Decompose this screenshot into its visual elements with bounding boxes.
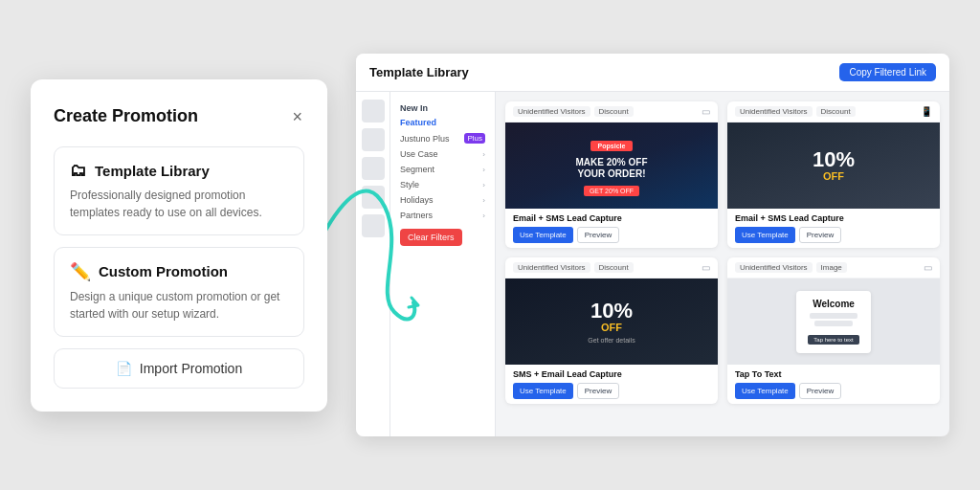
thumb-off: OFF (813, 170, 855, 182)
template-item-footer: SMS + Email Lead Capture Use Template Pr… (505, 365, 718, 404)
sidebar-home-icon[interactable] (362, 100, 385, 122)
custom-promotion-title: ✏️ Custom Promotion (70, 261, 288, 282)
thumb-content: 10% OFF (813, 149, 855, 182)
template-item: Unidentified Visitors Image ▭ Welcome (727, 257, 940, 404)
nav-segment[interactable]: Segment › (390, 162, 495, 177)
preview-button[interactable]: Preview (799, 383, 841, 399)
template-item-header: Unidentified Visitors Discount 📱 (727, 101, 940, 122)
use-template-button[interactable]: Use Template (735, 227, 795, 243)
custom-promotion-option[interactable]: ✏️ Custom Promotion Design a unique cust… (54, 247, 304, 337)
template-thumb: Popsicle MAKE 20% OFFYOUR ORDER! GET 20%… (505, 122, 718, 209)
thumb-discount: 10% (813, 149, 855, 170)
badge-discount: Discount (816, 106, 856, 117)
template-thumb: 10% OFF (727, 122, 940, 209)
template-library-title: 🗂 Template Library (70, 161, 288, 181)
import-icon: 📄 (116, 361, 132, 376)
template-item-header: Unidentified Visitors Discount ▭ (505, 257, 718, 278)
template-item-footer: Email + SMS Lead Capture Use Template Pr… (505, 209, 718, 248)
thumb-welcome-card: Welcome Tap here to text (796, 291, 870, 353)
badge-visitors: Unidentified Visitors (513, 262, 590, 273)
template-icon: 🗂 (70, 161, 87, 181)
welcome-title: Welcome (808, 299, 858, 309)
template-name: Email + SMS Lead Capture (513, 213, 710, 223)
nav-justuno-plus[interactable]: Justuno Plus Plus (390, 130, 495, 146)
close-button[interactable]: × (290, 106, 304, 127)
thumb-logo: Popsicle (590, 141, 634, 151)
panel-title: Template Library (369, 65, 469, 79)
template-item-footer: Email + SMS Lead Capture Use Template Pr… (727, 209, 940, 248)
badge-discount: Discount (594, 106, 634, 117)
sidebar-bell-icon[interactable] (362, 214, 385, 237)
template-item-header: Unidentified Visitors Image ▭ (727, 257, 940, 278)
template-library-option[interactable]: 🗂 Template Library Professionally design… (54, 146, 304, 235)
template-item-header: Unidentified Visitors Discount ▭ (505, 101, 718, 122)
device-icon: ▭ (702, 262, 710, 273)
modal-header: Create Promotion × (54, 106, 304, 127)
nav-style[interactable]: Style › (390, 177, 495, 192)
template-name: Email + SMS Lead Capture (735, 213, 932, 223)
thumb-content: 10% OFF Get offer details (588, 301, 635, 344)
sidebar-settings-icon[interactable] (362, 186, 385, 209)
nav-use-case[interactable]: Use Case › (390, 146, 495, 162)
template-thumb: 10% OFF Get offer details (505, 278, 718, 365)
thumb-content: Welcome Tap here to text (787, 281, 880, 363)
thumb-discount: 10% (588, 301, 635, 322)
create-promotion-modal: Create Promotion × 🗂 Template Library Pr… (31, 79, 327, 412)
clear-filters-button[interactable]: Clear Filters (400, 229, 462, 246)
device-icon: ▭ (702, 106, 710, 117)
template-name: SMS + Email Lead Capture (513, 369, 710, 379)
thumb-off: OFF (588, 322, 635, 333)
panel-nav: New In Featured Justuno Plus Plus Use Ca… (390, 92, 496, 436)
welcome-line (810, 313, 858, 319)
plus-badge: Plus (464, 133, 485, 144)
sidebar-layers-icon[interactable] (362, 157, 385, 180)
preview-button[interactable]: Preview (799, 227, 841, 243)
nav-new-in-label: New In (390, 100, 495, 115)
nav-holidays[interactable]: Holidays › (390, 192, 495, 208)
nav-partners[interactable]: Partners › (390, 208, 495, 223)
partners-arrow: › (482, 212, 485, 220)
badge-visitors: Unidentified Visitors (513, 106, 590, 117)
thumb-promo-text: MAKE 20% OFFYOUR ORDER! (575, 157, 647, 180)
holidays-arrow: › (482, 196, 485, 205)
preview-button[interactable]: Preview (577, 383, 619, 399)
custom-promotion-desc: Design a unique custom promotion or get … (70, 288, 288, 323)
template-name: Tap To Text (735, 369, 932, 379)
welcome-line2 (814, 321, 853, 326)
template-library-desc: Professionally designed promotion templa… (70, 187, 288, 221)
device-icon: ▭ (924, 262, 932, 273)
panel-sidebar (356, 92, 390, 436)
template-badges: Unidentified Visitors Discount (735, 106, 856, 117)
preview-button[interactable]: Preview (577, 227, 619, 243)
badge-image: Image (816, 262, 847, 273)
badge-visitors: Unidentified Visitors (735, 262, 813, 273)
thumb-content: Popsicle MAKE 20% OFFYOUR ORDER! GET 20%… (568, 127, 655, 205)
pencil-icon: ✏️ (70, 261, 91, 282)
copy-filtered-link-button[interactable]: Copy Filtered Link (839, 63, 936, 81)
badge-visitors: Unidentified Visitors (735, 106, 813, 117)
template-library-panel: Template Library Copy Filtered Link New … (356, 54, 949, 436)
template-grid-inner: Unidentified Visitors Discount ▭ Popsicl… (505, 101, 940, 404)
nav-featured[interactable]: Featured (390, 115, 495, 130)
template-actions: Use Template Preview (735, 383, 932, 399)
use-template-button[interactable]: Use Template (735, 383, 795, 399)
template-badges: Unidentified Visitors Discount (513, 262, 634, 273)
template-item: Unidentified Visitors Discount ▭ 10% OFF… (505, 257, 718, 404)
template-actions: Use Template Preview (513, 227, 710, 243)
sidebar-tag-icon[interactable] (362, 128, 385, 151)
template-grid: Unidentified Visitors Discount ▭ Popsicl… (496, 92, 949, 436)
import-promotion-button[interactable]: 📄 Import Promotion (54, 348, 304, 389)
welcome-btn: Tap here to text (808, 335, 858, 345)
template-item: Unidentified Visitors Discount 📱 10% OFF (727, 101, 940, 248)
device-icon: 📱 (921, 106, 932, 117)
style-arrow: › (482, 181, 485, 189)
template-badges: Unidentified Visitors Image (735, 262, 847, 273)
segment-arrow: › (482, 166, 485, 174)
use-template-button[interactable]: Use Template (513, 227, 573, 243)
badge-discount: Discount (594, 262, 634, 273)
template-badges: Unidentified Visitors Discount (513, 106, 634, 117)
template-actions: Use Template Preview (735, 227, 932, 243)
template-item-footer: Tap To Text Use Template Preview (727, 365, 940, 404)
use-template-button[interactable]: Use Template (513, 383, 573, 399)
panel-body: New In Featured Justuno Plus Plus Use Ca… (356, 92, 949, 436)
